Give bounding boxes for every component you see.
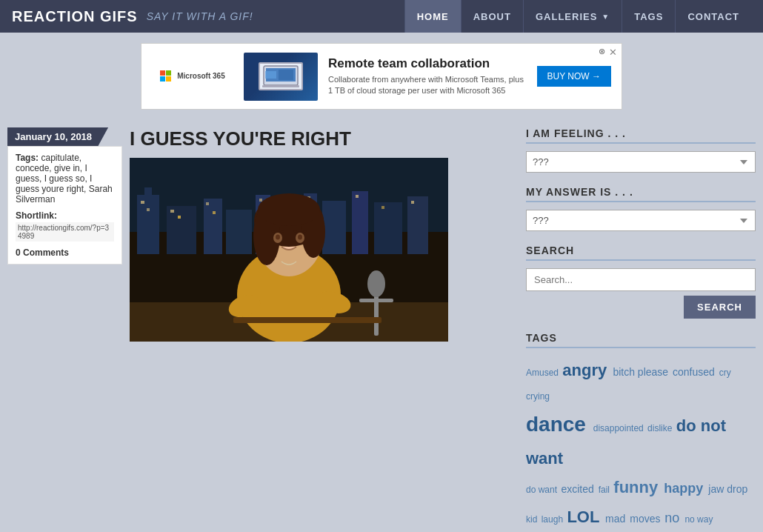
tag-happy[interactable]: happy	[664, 481, 707, 496]
shortlink-label: Shortlink:	[16, 210, 114, 221]
svg-rect-28	[356, 195, 359, 198]
svg-rect-20	[147, 208, 150, 211]
svg-rect-19	[141, 201, 144, 204]
tag-funny[interactable]: funny	[613, 478, 662, 496]
ad-close-label: ⊗	[599, 47, 605, 56]
tag-jaw-drop[interactable]: jaw drop	[708, 483, 747, 495]
ms365-grid	[160, 70, 171, 82]
svg-rect-3	[279, 70, 293, 80]
svg-rect-24	[213, 211, 216, 214]
ms365-logo: Microsoft 365	[160, 70, 224, 82]
tag-excited[interactable]: excited	[561, 483, 596, 495]
tag-moves[interactable]: moves	[630, 513, 663, 525]
post-area: I GUESS YOU'RE RIGHT	[130, 127, 519, 532]
tag-confused[interactable]: confused	[673, 366, 718, 378]
svg-rect-17	[374, 202, 402, 254]
main-nav: HOME ABOUT GALLERIES ▼ TAGS CONTACT	[404, 0, 751, 33]
tag-lol[interactable]: LOL	[567, 508, 604, 526]
svg-rect-46	[359, 299, 393, 302]
site-tagline: SAY IT WITH A GIF!	[147, 10, 253, 22]
galleries-dropdown-arrow: ▼	[602, 13, 610, 21]
tag-laugh[interactable]: laugh	[542, 514, 566, 525]
svg-point-44	[298, 235, 302, 240]
comments-count[interactable]: 0 Comments	[16, 247, 114, 258]
site-title: REACTION GIFS	[12, 8, 138, 25]
gif-svg	[130, 158, 448, 342]
ad-text: Remote team collaboration Collaborate fr…	[328, 56, 527, 97]
svg-rect-16	[352, 191, 368, 254]
post-tags: Tags: capitulate, concede, give in, I gu…	[16, 153, 114, 205]
svg-point-47	[367, 270, 385, 297]
ad-banner: ⊗ ✕ Microsoft 365 Remote te	[0, 33, 763, 117]
ad-buy-now-button[interactable]: BUY NOW →	[537, 66, 611, 87]
header: REACTION GIFS SAY IT WITH A GIF! HOME AB…	[0, 0, 763, 33]
laptop-svg	[262, 64, 299, 88]
svg-rect-18	[407, 196, 428, 254]
ad-image	[244, 53, 318, 101]
svg-rect-22	[178, 216, 181, 219]
ad-description: Collaborate from anywhere with Microsoft…	[328, 74, 527, 97]
tags-section: TAGS Amused angry bitch please confused …	[526, 332, 756, 532]
tags-label: Tags:	[16, 153, 39, 163]
svg-point-40	[258, 193, 320, 226]
ms365-text: Microsoft 365	[177, 72, 224, 80]
svg-rect-23	[206, 202, 209, 205]
tag-fail[interactable]: fail	[599, 485, 613, 495]
svg-rect-2	[265, 71, 276, 79]
tag-dislike[interactable]: dislike	[647, 423, 675, 433]
tag-kid[interactable]: kid	[526, 514, 540, 525]
nav-home[interactable]: HOME	[404, 0, 461, 33]
tag-bitch-please[interactable]: bitch please	[613, 366, 671, 378]
answer-section: MY ANSWER IS . . . ??? Dance Do Not Want…	[526, 186, 756, 231]
svg-rect-30	[411, 201, 414, 204]
feeling-title: I AM FEELING . . .	[526, 127, 756, 144]
nav-galleries[interactable]: GALLERIES ▼	[523, 0, 622, 33]
svg-rect-48	[233, 317, 382, 323]
svg-rect-25	[259, 199, 262, 202]
nav-contact[interactable]: CONTACT	[675, 0, 751, 33]
search-input[interactable]	[526, 268, 756, 291]
answer-title: MY ANSWER IS . . .	[526, 186, 756, 202]
tag-disappointed[interactable]: disappointed	[593, 423, 646, 433]
nav-tags[interactable]: TAGS	[622, 0, 675, 33]
svg-rect-7	[137, 195, 159, 254]
svg-rect-21	[170, 210, 174, 213]
main-content: January 10, 2018 Tags: capitulate, conce…	[0, 117, 763, 532]
tags-cloud: Amused angry bitch please confused cry c…	[526, 356, 756, 532]
svg-point-43	[276, 235, 280, 240]
tag-cry[interactable]: cry	[719, 368, 731, 378]
svg-rect-11	[226, 210, 252, 254]
feeling-section: I AM FEELING . . . ??? Amused Angry Conf…	[526, 127, 756, 173]
tag-crying[interactable]: crying	[526, 391, 550, 402]
tag-amused[interactable]: Amused	[526, 368, 561, 378]
nav-about[interactable]: ABOUT	[461, 0, 523, 33]
search-button[interactable]: SEARCH	[684, 296, 756, 319]
left-sidebar: January 10, 2018 Tags: capitulate, conce…	[7, 127, 122, 532]
tag-no[interactable]: no	[664, 511, 683, 525]
ad-box: ⊗ ✕ Microsoft 365 Remote te	[141, 43, 622, 110]
answer-select[interactable]: ??? Dance Do Not Want Funny LOL OMG WTF?	[526, 210, 756, 231]
tag-dance[interactable]: dance	[526, 413, 592, 436]
search-title: SEARCH	[526, 245, 756, 261]
svg-rect-4	[262, 85, 299, 87]
post-meta: Tags: capitulate, concede, give in, I gu…	[7, 146, 122, 265]
svg-rect-15	[322, 201, 346, 254]
tag-no-way[interactable]: no way	[684, 514, 713, 525]
feeling-select[interactable]: ??? Amused Angry Confused Happy Sad Shoc…	[526, 151, 756, 173]
search-section: SEARCH SEARCH	[526, 245, 756, 319]
svg-rect-10	[204, 199, 222, 254]
ad-title: Remote team collaboration	[328, 56, 527, 71]
svg-rect-9	[167, 206, 196, 254]
post-gif	[130, 158, 448, 342]
tag-do-want[interactable]: do want	[526, 485, 559, 495]
tag-mad[interactable]: mad	[605, 513, 628, 525]
tags-cloud-title: TAGS	[526, 332, 756, 348]
svg-rect-8	[144, 187, 152, 199]
right-sidebar: I AM FEELING . . . ??? Amused Angry Conf…	[526, 127, 756, 532]
shortlink-url[interactable]: http://reactiongifs.com/?p=34989	[16, 222, 114, 242]
ad-close-button[interactable]: ✕	[609, 47, 617, 58]
svg-rect-29	[382, 206, 384, 209]
ad-laptop-image	[259, 62, 303, 90]
tag-angry[interactable]: angry	[562, 361, 611, 379]
post-date-badge: January 10, 2018	[7, 127, 108, 146]
